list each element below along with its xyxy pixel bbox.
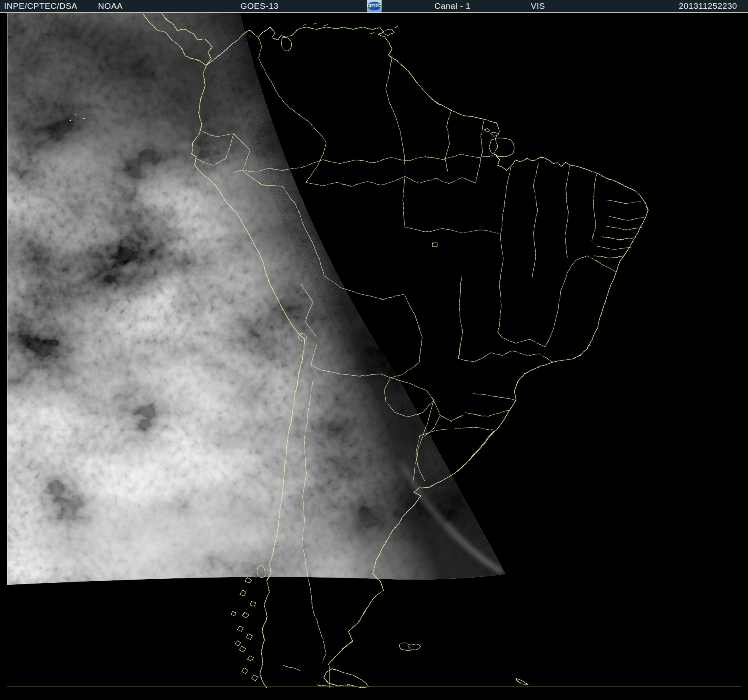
logo-text: CPTEC <box>367 4 382 8</box>
cptec-logo: CPTEC <box>367 0 382 12</box>
timestamp-label: 201311252230 <box>679 1 737 11</box>
satellite-label: GOES-13 <box>240 1 278 11</box>
page-root: { "header": { "agency": "INPE/CPTEC/DSA"… <box>0 0 748 700</box>
noaa-label: NOAA <box>98 1 123 11</box>
goes13-satellite-map <box>0 13 748 700</box>
band-label: VIS <box>531 1 545 11</box>
header-bar: INPE/CPTEC/DSA NOAA GOES-13 CPTEC Canal … <box>0 0 748 12</box>
satellite-image-area <box>0 13 748 700</box>
agency-label: INPE/CPTEC/DSA <box>4 1 77 11</box>
channel-label: Canal - 1 <box>434 1 471 11</box>
